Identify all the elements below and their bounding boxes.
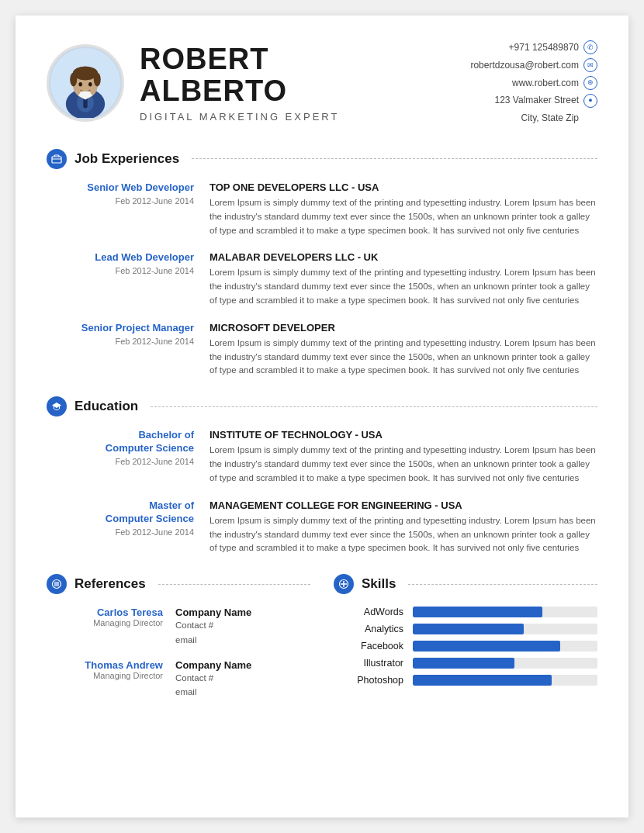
education-icon [47,396,67,416]
education-entry-right: INSTITUTE OF TECHNOLOGY - USALorem Ipsum… [209,429,597,485]
phone-icon: ✆ [583,40,597,54]
skills-divider [408,584,597,585]
svg-point-9 [78,82,82,86]
education-date: Feb 2012-June 2014 [54,457,194,466]
experience-entries: Senior Web DeveloperFeb 2012-June 2014TO… [54,181,597,378]
education-desc: Lorem Ipsum is simply dummy text of the … [209,514,597,555]
resume-container: ROBERTALBERTO DIGITAL MARKETING EXPERT +… [16,16,628,817]
experience-section: Job Experiences Senior Web DeveloperFeb … [47,149,597,378]
reference-right: Company Name Contact #email [175,659,310,700]
svg-point-7 [70,72,77,86]
experience-company: TOP ONE DEVELOPERS LLC - USA [209,181,597,193]
experience-role: Lead Web Developer [54,251,194,264]
svg-rect-11 [52,157,61,163]
street-text: 123 Valmaker Street [495,92,580,109]
reference-contact: Contact #email [175,671,310,700]
education-date: Feb 2012-June 2014 [54,527,194,537]
reference-role: Managing Director [54,671,163,680]
skill-row: Analytics [334,624,597,634]
experience-entry-right: MICROSOFT DEVELOPERLorem Ipsum is simply… [209,322,597,378]
education-divider [151,406,597,407]
contact-city-row: City, State Zip ● [470,109,597,127]
header: ROBERTALBERTO DIGITAL MARKETING EXPERT +… [47,39,597,127]
location-icon: ● [583,94,597,108]
skill-bar-fill [413,658,514,669]
full-name: ROBERTALBERTO [140,43,470,109]
education-desc: Lorem Ipsum is simply dummy text of the … [209,444,597,485]
education-company: INSTITUTE OF TECHNOLOGY - USA [209,429,597,441]
skill-bar-fill [413,624,524,634]
experience-desc: Lorem Ipsum is simply dummy text of the … [209,337,597,378]
education-section: Education Bachelor ofComputer ScienceFeb… [47,396,597,555]
skill-name: Analytics [334,624,403,634]
experience-entry-right: MALABAR DEVELOPERS LLC - UKLorem Ipsum i… [209,251,597,307]
experience-desc: Lorem Ipsum is simply dummy text of the … [209,266,597,307]
reference-name: Carlos Teresa [54,607,163,618]
email-icon: ✉ [583,58,597,72]
skill-name: Facebook [334,641,403,652]
experience-role: Senior Project Manager [54,322,194,335]
reference-entry: Carlos Teresa Managing Director Company … [54,607,310,647]
contact-email-row: robertdzousa@robert.com ✉ [470,57,597,74]
experience-entry-left: Senior Project ManagerFeb 2012-June 2014 [54,322,194,378]
experience-date: Feb 2012-June 2014 [54,196,194,206]
education-role: Bachelor ofComputer Science [54,429,194,455]
email-text: robertdzousa@robert.com [470,57,579,74]
job-title: DIGITAL MARKETING EXPERT [140,111,470,123]
experience-entry-left: Lead Web DeveloperFeb 2012-June 2014 [54,251,194,307]
skill-bar-fill [413,607,542,617]
education-entry-right: MANAGEMENT COLLEGE FOR ENGINEERING - USA… [209,499,597,555]
reference-entry: Thomas Andrew Managing Director Company … [54,659,310,700]
name-block: ROBERTALBERTO DIGITAL MARKETING EXPERT [140,43,470,123]
skill-name: AdWords [334,607,403,617]
experience-company: MICROSOFT DEVELOPER [209,322,597,334]
experience-company: MALABAR DEVELOPERS LLC - UK [209,251,597,263]
reference-name: Thomas Andrew [54,659,163,671]
skill-row: Illustrator [334,658,597,669]
reference-company: Company Name [175,659,310,671]
skill-bar-bg [413,658,597,669]
education-role: Master ofComputer Science [54,499,194,526]
phone-text: +971 125489870 [509,39,579,57]
reference-right: Company Name Contact #email [175,607,310,647]
website-icon: ⊕ [583,76,597,90]
references-divider [158,584,310,585]
education-entry-left: Bachelor ofComputer ScienceFeb 2012-June… [54,429,194,485]
experience-divider [192,158,597,159]
experience-desc: Lorem Ipsum is simply dummy text of the … [209,196,597,237]
reference-left: Carlos Teresa Managing Director [54,607,163,647]
skill-bar-bg [413,607,597,617]
reference-left: Thomas Andrew Managing Director [54,659,163,700]
contact-street-row: 123 Valmaker Street ● [470,92,597,109]
education-section-header: Education [47,396,597,416]
skills-icon [334,574,354,594]
experience-date: Feb 2012-June 2014 [54,266,194,275]
contact-block: +971 125489870 ✆ robertdzousa@robert.com… [470,39,597,127]
skills-title: Skills [362,576,396,592]
experience-date: Feb 2012-June 2014 [54,337,194,346]
education-entries: Bachelor ofComputer ScienceFeb 2012-June… [54,429,597,555]
experience-entry-left: Senior Web DeveloperFeb 2012-June 2014 [54,181,194,237]
education-title: Education [74,399,138,414]
city-text: City, State Zip [521,109,579,127]
skill-bar-bg [413,641,597,652]
skills-section-header: Skills [334,574,597,594]
skill-name: Photoshop [334,675,403,686]
education-company: MANAGEMENT COLLEGE FOR ENGINEERING - USA [209,499,597,511]
experience-role: Senior Web Developer [54,181,194,195]
references-section-header: References [47,574,310,594]
experience-icon [47,149,67,169]
avatar [47,44,124,122]
website-text: www.robert.com [512,74,579,92]
references-section: References Carlos Teresa Managing Direct… [47,574,310,712]
skill-row: Facebook [334,641,597,652]
references-entries: Carlos Teresa Managing Director Company … [54,607,310,700]
references-icon [47,574,67,594]
experience-title: Job Experiences [74,151,179,167]
reference-role: Managing Director [54,618,163,627]
experience-section-header: Job Experiences [47,149,597,169]
education-entry-left: Master ofComputer ScienceFeb 2012-June 2… [54,499,194,555]
experience-entry-right: TOP ONE DEVELOPERS LLC - USALorem Ipsum … [209,181,597,237]
reference-contact: Contact #email [175,618,310,647]
references-title: References [74,576,146,592]
